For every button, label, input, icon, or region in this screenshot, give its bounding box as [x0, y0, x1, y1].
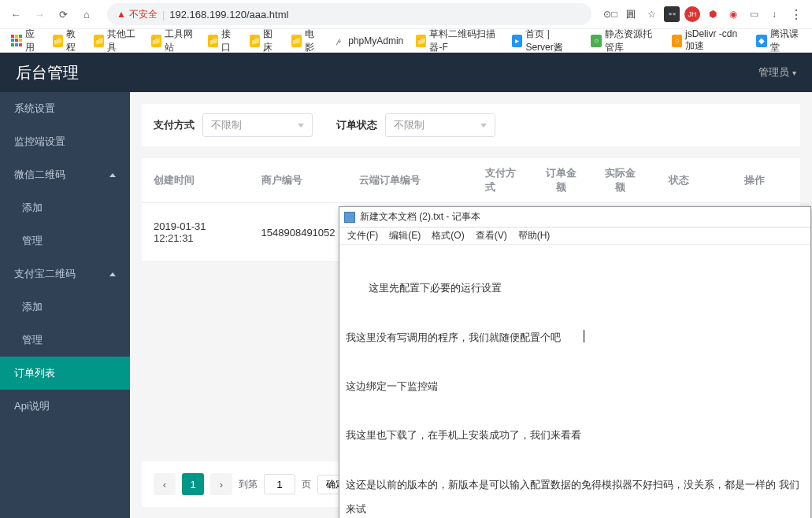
bookmark-apps[interactable]: 应用 — [6, 26, 45, 56]
notepad-title-text: 新建文本文档 (2).txt - 记事本 — [360, 210, 480, 224]
th-actual: 实际金额 — [591, 158, 650, 203]
bookmark-label: 电影 — [305, 28, 321, 54]
nav-forward[interactable]: → — [30, 5, 49, 24]
chevron-down-icon — [480, 124, 487, 128]
bookmark-item[interactable]: 📁接口 — [203, 26, 242, 56]
cell-merchant: 1548908491052 — [250, 203, 347, 262]
sidebar-item-monitor[interactable]: 监控端设置 — [0, 125, 130, 158]
folder-icon: 📁 — [151, 35, 161, 47]
bookmark-label: 其他工具 — [107, 28, 138, 54]
bookmark-item[interactable]: 📁图床 — [245, 26, 284, 56]
bookmark-item[interactable]: ▸首页 | Server酱 — [507, 26, 583, 56]
bookmark-label: 工具网站 — [165, 28, 195, 54]
bookmark-item[interactable]: 📁工具网站 — [146, 26, 201, 56]
bookmark-item[interactable]: 📁草料二维码扫描器-F — [411, 26, 504, 56]
bookmark-label: 教程 — [66, 28, 82, 54]
bookmark-label: jsDelivr -cdn加速 — [685, 28, 743, 53]
folder-icon: 📁 — [291, 35, 302, 47]
content-area: 支付方式 不限制 订单状态 不限制 创建时间 商户编号 云端订 — [130, 92, 812, 518]
menu-view[interactable]: 查看(V) — [471, 228, 512, 244]
page-label: 页 — [302, 478, 311, 491]
sidebar-item-alipay-manage[interactable]: 管理 — [0, 324, 130, 357]
select-value: 不限制 — [211, 118, 242, 132]
ext-key-icon[interactable]: ⊙□ — [603, 6, 618, 22]
admin-title: 后台管理 — [16, 62, 79, 83]
notepad-titlebar[interactable]: 新建文本文档 (2).txt - 记事本 — [339, 207, 810, 228]
bookmark-item[interactable]: 𝓅phpMyAdmin — [328, 33, 408, 49]
admin-user-menu[interactable]: 管理员 ▾ — [758, 65, 796, 80]
menu-file[interactable]: 文件(F) — [343, 228, 383, 244]
browser-menu-icon[interactable]: ⋮ — [787, 7, 806, 22]
sidebar-item-system[interactable]: 系统设置 — [0, 92, 130, 125]
nav-home[interactable]: ⌂ — [77, 5, 96, 24]
page-prev[interactable]: ‹ — [154, 473, 176, 495]
warning-text: 不安全 — [129, 8, 158, 21]
text-cursor — [584, 330, 584, 342]
user-label: 管理员 — [758, 65, 789, 80]
bookmark-item[interactable]: ○静态资源托管库 — [586, 26, 664, 56]
bookmark-label: 草料二维码扫描器-F — [429, 28, 499, 54]
sidebar-item-orders[interactable]: 订单列表 — [0, 357, 130, 390]
th-order-no: 云端订单编号 — [347, 158, 473, 203]
site-icon: ○ — [591, 35, 601, 47]
admin-header: 后台管理 管理员 ▾ — [0, 53, 812, 92]
filter-pay-method: 支付方式 不限制 — [154, 113, 313, 137]
bookmark-item[interactable]: 📁教程 — [48, 26, 87, 56]
bookmark-label: 首页 | Server酱 — [525, 28, 578, 54]
menu-edit[interactable]: 编辑(E) — [384, 228, 425, 244]
security-warning: ▲ 不安全 — [117, 8, 158, 21]
ext-icon-2[interactable]: 👓 — [664, 6, 680, 22]
notepad-icon — [344, 212, 355, 223]
folder-icon: 📁 — [208, 35, 218, 47]
th-actions: 操作 — [708, 158, 800, 203]
page-number[interactable]: 1 — [182, 473, 204, 495]
sidebar: 系统设置 监控端设置 微信二维码 添加 管理 支付宝二维码 添加 管理 订单列表… — [0, 92, 130, 518]
ext-icon-1[interactable]: 圓 — [623, 6, 639, 22]
th-created: 创建时间 — [142, 158, 250, 203]
bookmarks-bar: 应用 📁教程 📁其他工具 📁工具网站 📁接口 📁图床 📁电影 𝓅phpMyAdm… — [0, 28, 812, 52]
sidebar-item-api[interactable]: Api说明 — [0, 390, 130, 423]
sidebar-section-wechat[interactable]: 微信二维码 — [0, 158, 130, 191]
page-input[interactable] — [264, 474, 295, 494]
notepad-menubar: 文件(F) 编辑(E) 格式(O) 查看(V) 帮助(H) — [339, 228, 810, 245]
menu-format[interactable]: 格式(O) — [427, 228, 469, 244]
bookmark-item[interactable]: ○jsDelivr -cdn加速 — [667, 27, 749, 54]
browser-toolbar: ← → ⟳ ⌂ ▲ 不安全 | 192.168.199.120/aaa.html… — [0, 0, 812, 28]
menu-help[interactable]: 帮助(H) — [514, 228, 555, 244]
sidebar-item-alipay-add[interactable]: 添加 — [0, 290, 130, 324]
th-pay-method: 支付方式 — [473, 158, 532, 203]
nav-reload[interactable]: ⟳ — [54, 5, 72, 24]
notepad-content[interactable]: 这里先配置下必要的运行设置 我这里没有写调用的程序，我们就随便配置个吧 这边绑定… — [339, 245, 810, 518]
bookmark-label: 图床 — [263, 28, 279, 54]
chevron-down-icon: ▾ — [792, 68, 796, 77]
sidebar-item-wechat-manage[interactable]: 管理 — [0, 224, 130, 257]
notepad-text: 这里先配置下必要的运行设置 我这里没有写调用的程序，我们就随便配置个吧 这边绑定… — [346, 282, 799, 518]
nav-back[interactable]: ← — [6, 5, 25, 24]
url-bar[interactable]: ▲ 不安全 | 192.168.199.120/aaa.html — [107, 3, 591, 25]
folder-icon: 📁 — [250, 35, 260, 47]
notepad-window[interactable]: 新建文本文档 (2).txt - 记事本 文件(F) 编辑(E) 格式(O) 查… — [339, 206, 811, 518]
sidebar-section-alipay[interactable]: 支付宝二维码 — [0, 257, 130, 290]
page-next[interactable]: › — [210, 473, 232, 495]
url-text: 192.168.199.120/aaa.html — [169, 9, 288, 20]
browser-chrome: ← → ⟳ ⌂ ▲ 不安全 | 192.168.199.120/aaa.html… — [0, 0, 812, 53]
php-icon: 𝓅 — [332, 35, 345, 47]
ext-icon-5[interactable]: ◉ — [725, 6, 741, 22]
folder-icon: 📁 — [53, 35, 63, 47]
goto-label: 到第 — [239, 478, 258, 491]
ext-icon-7[interactable]: ↓ — [766, 6, 782, 22]
ext-star-icon[interactable]: ☆ — [643, 6, 659, 22]
ext-icon-3[interactable]: JH — [684, 6, 700, 22]
bookmark-label: 接口 — [221, 28, 237, 54]
ext-icon-6[interactable]: ▭ — [746, 6, 762, 22]
bookmark-item[interactable]: 📁电影 — [287, 26, 325, 56]
sidebar-item-wechat-add[interactable]: 添加 — [0, 191, 130, 224]
select-order-status[interactable]: 不限制 — [385, 113, 495, 137]
select-pay-method[interactable]: 不限制 — [202, 113, 313, 137]
folder-icon: 📁 — [416, 35, 426, 47]
bookmark-item[interactable]: ◆腾讯课堂 — [751, 26, 806, 56]
bookmark-item[interactable]: 📁其他工具 — [89, 26, 143, 56]
ext-icon-4[interactable]: ⬢ — [705, 6, 721, 22]
filter-label: 订单状态 — [336, 118, 377, 132]
chevron-down-icon — [298, 124, 304, 128]
